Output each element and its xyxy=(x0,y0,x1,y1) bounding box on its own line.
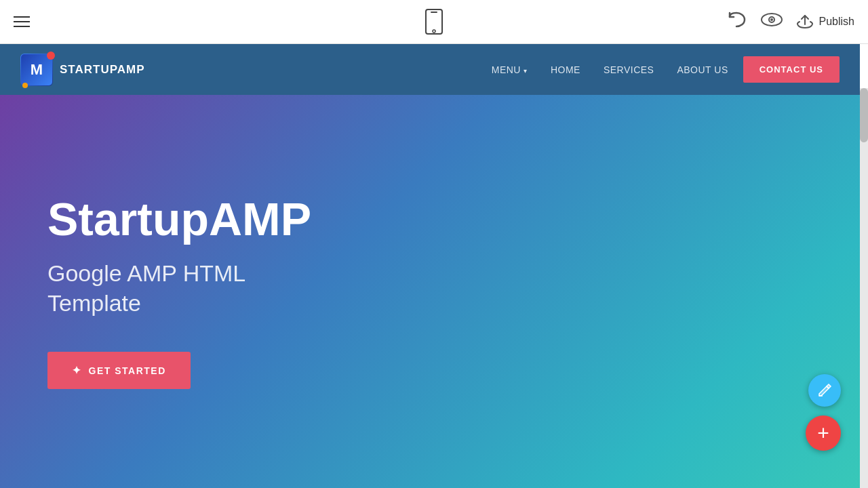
svg-point-1 xyxy=(433,30,435,33)
nav-about[interactable]: ABOUT US xyxy=(669,59,736,81)
svg-point-5 xyxy=(770,18,773,21)
publish-label: Publish xyxy=(819,16,854,28)
fab-add-icon: + xyxy=(817,423,829,443)
undo-icon[interactable] xyxy=(727,12,747,32)
preview-eye-icon[interactable] xyxy=(761,12,783,31)
logo-area[interactable]: STARTUPAMP xyxy=(20,54,145,86)
toolbar-center xyxy=(425,8,443,35)
get-started-icon: ✦ xyxy=(72,364,82,377)
nav-home-label: HOME xyxy=(551,64,580,75)
hero-section: StartupAMP Google AMP HTML Template ✦ GE… xyxy=(0,95,860,488)
publish-button[interactable]: Publish xyxy=(796,14,854,29)
nav-menu-label: MENU xyxy=(492,64,521,75)
scrollbar-thumb[interactable] xyxy=(860,88,868,142)
brand-name: STARTUPAMP xyxy=(60,63,145,77)
hero-subtitle: Google AMP HTML Template xyxy=(47,258,812,318)
toolbar-left xyxy=(14,16,30,27)
logo-decoration2 xyxy=(22,83,28,88)
toolbar: Publish xyxy=(0,0,868,44)
logo-m xyxy=(21,54,52,85)
logo-icon xyxy=(20,54,53,86)
mobile-preview-icon[interactable] xyxy=(425,8,443,35)
toolbar-right: Publish xyxy=(727,12,854,32)
menu-arrow-icon: ▾ xyxy=(524,67,528,75)
hamburger-icon[interactable] xyxy=(14,16,30,27)
hero-subtitle-line1: Google AMP HTML xyxy=(47,260,245,286)
navbar: STARTUPAMP MENU ▾ HOME SERVICES ABOUT US… xyxy=(0,44,860,95)
nav-menu[interactable]: MENU ▾ xyxy=(484,59,536,81)
get-started-label: GET STARTED xyxy=(89,365,166,376)
nav-services-label: SERVICES xyxy=(604,64,654,75)
page-wrapper: STARTUPAMP MENU ▾ HOME SERVICES ABOUT US… xyxy=(0,44,868,488)
hero-title: StartupAMP xyxy=(47,194,812,245)
contact-us-button[interactable]: CONTACT US xyxy=(743,56,840,83)
hero-subtitle-line2: Template xyxy=(47,290,141,316)
nav-links: MENU ▾ HOME SERVICES ABOUT US CONTACT US xyxy=(484,56,840,83)
nav-services[interactable]: SERVICES xyxy=(595,59,663,81)
logo-decoration xyxy=(47,52,55,60)
get-started-button[interactable]: ✦ GET STARTED xyxy=(47,352,191,389)
fab-add-button[interactable]: + xyxy=(806,415,841,451)
nav-home[interactable]: HOME xyxy=(542,59,589,81)
nav-about-label: ABOUT US xyxy=(677,64,728,75)
scrollbar[interactable] xyxy=(860,88,868,488)
fab-edit-button[interactable] xyxy=(808,374,841,407)
